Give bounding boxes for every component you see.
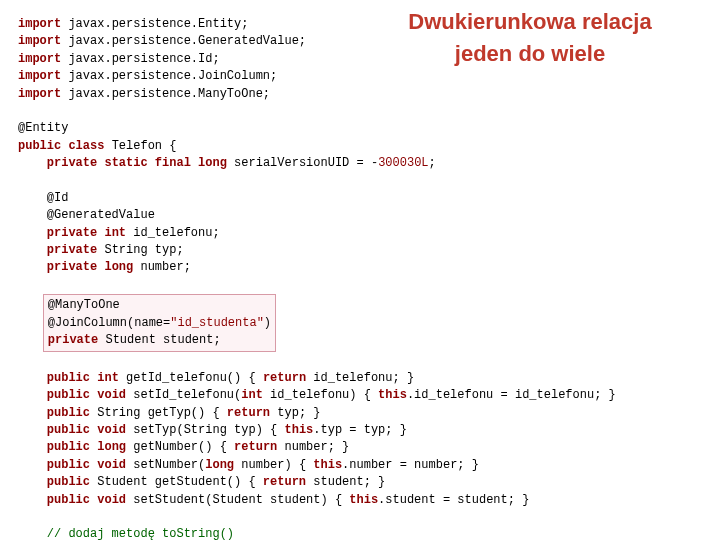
kw-private: private	[47, 260, 97, 274]
annotation-joincolumn-pre: @JoinColumn(name=	[48, 316, 170, 330]
getstu-post: student; }	[306, 475, 385, 489]
kw-private: private	[47, 243, 97, 257]
kw-public: public	[47, 458, 90, 472]
setid-arg: id_telefonu) {	[263, 388, 378, 402]
field-number: number;	[133, 260, 191, 274]
getid-post: id_telefonu; }	[306, 371, 414, 385]
kw-return: return	[263, 371, 306, 385]
kw-void: void	[97, 423, 126, 437]
kw-public: public	[47, 423, 90, 437]
setid-pre: setId_telefonu(	[126, 388, 241, 402]
kw-private: private	[47, 226, 97, 240]
field-student: Student student;	[98, 333, 220, 347]
kw-public: public	[47, 371, 90, 385]
setstu-pre: setStudent(Student student) {	[126, 493, 349, 507]
import-0: javax.persistence.Entity;	[61, 17, 248, 31]
kw-void: void	[97, 493, 126, 507]
settyp-pre: setTyp(String typ) {	[126, 423, 284, 437]
kw-this: this	[313, 458, 342, 472]
kw-class: class	[68, 139, 104, 153]
class-sig: Telefon {	[104, 139, 176, 153]
kw-return: return	[227, 406, 270, 420]
getnum-pre: getNumber() {	[126, 440, 234, 454]
setnum-post: .number = number; }	[342, 458, 479, 472]
highlighted-relation-box: @ManyToOne @JoinColumn(name="id_studenta…	[43, 294, 276, 352]
kw-private: private	[47, 156, 97, 170]
kw-return: return	[263, 475, 306, 489]
kw-int: int	[97, 371, 119, 385]
gettyp-pre: String getTyp() {	[90, 406, 227, 420]
title-line-2: jeden do wiele	[455, 41, 605, 66]
suid-pre: serialVersionUID = -	[227, 156, 378, 170]
kw-int: int	[241, 388, 263, 402]
kw-public: public	[47, 440, 90, 454]
kw-this: this	[284, 423, 313, 437]
setid-post: .id_telefonu = id_telefonu; }	[407, 388, 616, 402]
kw-long: long	[198, 156, 227, 170]
kw-this: this	[378, 388, 407, 402]
gettyp-post: typ; }	[270, 406, 320, 420]
kw-static: static	[104, 156, 147, 170]
kw-import: import	[18, 52, 61, 66]
slide-title: Dwukierunkowa relacja jeden do wiele	[380, 6, 680, 70]
kw-void: void	[97, 458, 126, 472]
field-typ: String typ;	[97, 243, 183, 257]
import-2: javax.persistence.Id;	[61, 52, 219, 66]
kw-this: this	[349, 493, 378, 507]
comment-tostring: // dodaj metodę toString()	[47, 527, 234, 540]
kw-public: public	[47, 388, 90, 402]
code-block: import javax.persistence.Entity; import …	[0, 0, 720, 540]
import-3: javax.persistence.JoinColumn;	[61, 69, 277, 83]
getnum-post: number; }	[277, 440, 349, 454]
settyp-post: .typ = typ; }	[313, 423, 407, 437]
setnum-pre: setNumber(	[126, 458, 205, 472]
annotation-generated: @GeneratedValue	[47, 208, 155, 222]
getstu-pre: Student getStudent() {	[90, 475, 263, 489]
annotation-entity: @Entity	[18, 121, 68, 135]
title-line-1: Dwukierunkowa relacja	[408, 9, 651, 34]
getid-pre: getId_telefonu() {	[119, 371, 263, 385]
kw-long: long	[97, 440, 126, 454]
kw-return: return	[234, 440, 277, 454]
import-1: javax.persistence.GeneratedValue;	[61, 34, 306, 48]
setnum-arg: number) {	[234, 458, 313, 472]
kw-void: void	[97, 388, 126, 402]
kw-public: public	[47, 475, 90, 489]
kw-long: long	[104, 260, 133, 274]
kw-import: import	[18, 87, 61, 101]
annotation-joincolumn-post: )	[264, 316, 271, 330]
suid-post: ;	[429, 156, 436, 170]
kw-public: public	[47, 493, 90, 507]
kw-import: import	[18, 17, 61, 31]
kw-public: public	[47, 406, 90, 420]
setstu-post: .student = student; }	[378, 493, 529, 507]
annotation-id: @Id	[47, 191, 69, 205]
kw-final: final	[155, 156, 191, 170]
kw-import: import	[18, 34, 61, 48]
import-4: javax.persistence.ManyToOne;	[61, 87, 270, 101]
field-id-telefonu: id_telefonu;	[126, 226, 220, 240]
kw-int: int	[104, 226, 126, 240]
annotation-manytoone: @ManyToOne	[48, 298, 120, 312]
kw-private: private	[48, 333, 98, 347]
kw-public: public	[18, 139, 61, 153]
suid-num: 300030L	[378, 156, 428, 170]
kw-import: import	[18, 69, 61, 83]
kw-long: long	[205, 458, 234, 472]
annotation-joincolumn-str: "id_studenta"	[170, 316, 264, 330]
